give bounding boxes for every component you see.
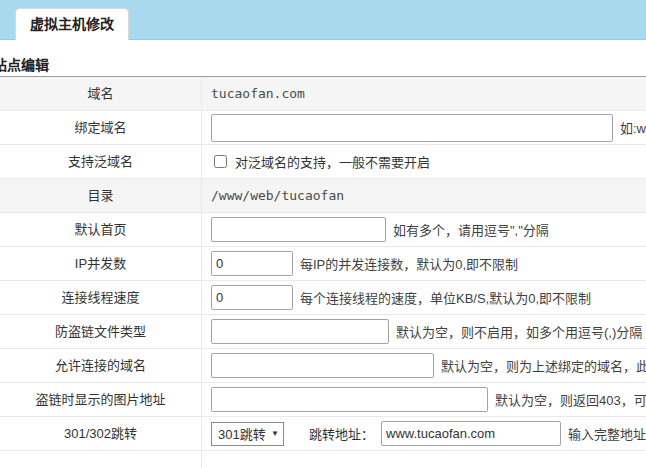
- row-redirect: 301/302跳转 301跳转 ▼ 跳转地址： 输入完整地址: [0, 417, 646, 451]
- field-label: IP并发数: [0, 247, 202, 280]
- antileech-filetypes-input[interactable]: [211, 319, 389, 344]
- row-domain: 域名 tucaofan.com: [0, 77, 646, 111]
- row-stub: [0, 451, 646, 467]
- allowed-domains-input[interactable]: [211, 353, 434, 378]
- redirect-type-value: 301跳转: [218, 424, 266, 443]
- field-label: 盗链时显示的图片地址: [0, 383, 202, 416]
- chevron-down-icon: ▼: [271, 429, 279, 438]
- field-hint: 如:w: [620, 118, 646, 137]
- default-index-input[interactable]: [211, 217, 386, 242]
- field-hint: 对泛域名的支持，一般不需要开启: [235, 152, 430, 171]
- field-hint: 如有多个，请用逗号","分隔: [393, 220, 549, 239]
- ip-concurrency-input[interactable]: [211, 251, 293, 276]
- tab-virtual-host-edit[interactable]: 虚拟主机修改: [15, 8, 129, 40]
- row-thread-speed: 连接线程速度 每个连接线程的速度，单位KB/S,默认为0,即不限制: [0, 281, 646, 315]
- row-leech-image-url: 盗链时显示的图片地址 默认为空，则返回403，可: [0, 383, 646, 417]
- field-label: 目录: [0, 179, 202, 212]
- tab-strip: 虚拟主机修改: [0, 0, 646, 40]
- field-hint: 每个连接线程的速度，单位KB/S,默认为0,即不限制: [300, 288, 591, 307]
- row-default-index: 默认首页 如有多个，请用逗号","分隔: [0, 213, 646, 247]
- field-label: 连接线程速度: [0, 281, 202, 314]
- field-label: 防盗链文件类型: [0, 315, 202, 348]
- field-label: 域名: [0, 77, 202, 110]
- field-hint: 每IP的并发连接数，默认为0,即不限制: [300, 254, 518, 273]
- field-label: 支持泛域名: [0, 145, 202, 178]
- row-antileech-filetypes: 防盗链文件类型 默认为空，则不启用，如多个用逗号(,)分隔: [0, 315, 646, 349]
- row-wildcard-domain: 支持泛域名 对泛域名的支持，一般不需要开启: [0, 145, 646, 179]
- redirect-type-select[interactable]: 301跳转 ▼: [211, 422, 284, 446]
- domain-value: tucaofan.com: [211, 86, 305, 101]
- virtual-host-edit-page: { "tab": { "label": "虚拟主机修改" }, "section…: [0, 0, 646, 468]
- field-hint: 默认为空，则不启用，如多个用逗号(,)分隔: [396, 322, 642, 341]
- field-hint: 默认为空，则返回403，可: [495, 390, 646, 409]
- leech-image-url-input[interactable]: [211, 387, 488, 412]
- row-ip-concurrency: IP并发数 每IP的并发连接数，默认为0,即不限制: [0, 247, 646, 281]
- directory-value: /www/web/tucaofan: [211, 188, 344, 203]
- field-label: 301/302跳转: [0, 417, 202, 450]
- site-edit-form: 域名 tucaofan.com 绑定域名 如:w 支持泛域名 对泛域名的支持，一…: [0, 76, 646, 467]
- row-directory: 目录 /www/web/tucaofan: [0, 179, 646, 213]
- section-title: 站点编辑: [0, 55, 646, 76]
- wildcard-domain-checkbox[interactable]: [214, 155, 227, 168]
- row-bind-domain: 绑定域名 如:w: [0, 111, 646, 145]
- redirect-target-label: 跳转地址：: [309, 424, 374, 443]
- bind-domain-input[interactable]: [211, 114, 613, 142]
- field-label: 绑定域名: [0, 111, 202, 144]
- field-label: 允许连接的域名: [0, 349, 202, 382]
- thread-speed-input[interactable]: [211, 285, 293, 310]
- redirect-target-input[interactable]: [381, 421, 561, 446]
- field-hint: 默认为空，则为上述绑定的域名，此: [441, 356, 646, 375]
- field-hint: 输入完整地址: [568, 424, 646, 443]
- field-label: 默认首页: [0, 213, 202, 246]
- row-allowed-domains: 允许连接的域名 默认为空，则为上述绑定的域名，此: [0, 349, 646, 383]
